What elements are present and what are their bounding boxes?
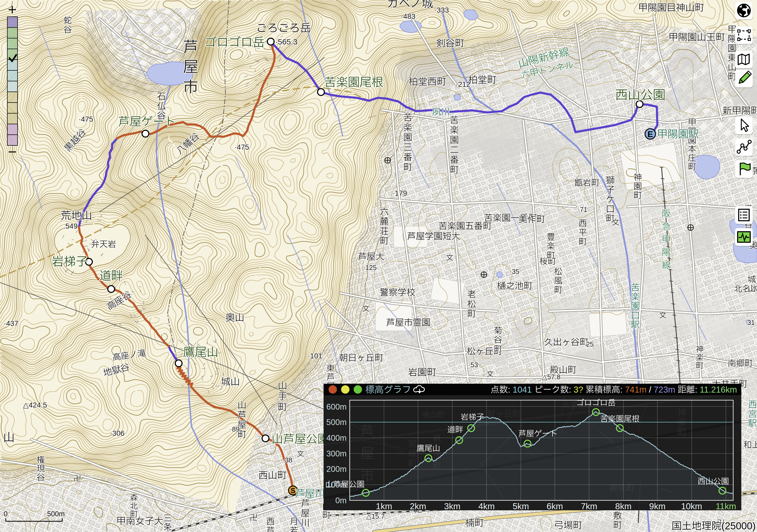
svg-text:200m: 200m	[326, 464, 347, 474]
svg-text:723m: 723m	[654, 385, 675, 395]
svg-text:·306: ·306	[110, 429, 125, 437]
svg-text:741m: 741m	[625, 385, 647, 395]
svg-text:1km: 1km	[376, 501, 392, 511]
svg-text:2km: 2km	[410, 501, 426, 511]
svg-text:11km: 11km	[716, 501, 736, 511]
svg-text:·53: ·53	[468, 361, 478, 369]
svg-text:10km: 10km	[681, 501, 702, 511]
svg-text:600m: 600m	[326, 402, 347, 411]
svg-text:·333: ·333	[434, 6, 449, 14]
svg-text:11.216km: 11.216km	[700, 385, 737, 395]
svg-text:4km: 4km	[478, 501, 495, 511]
svg-text:.549: .549	[63, 222, 78, 230]
svg-text::: :	[620, 385, 625, 395]
svg-text::: :	[569, 385, 574, 395]
svg-text:0: 0	[4, 510, 8, 518]
svg-text:·38: ·38	[283, 456, 292, 464]
svg-text:1041: 1041	[513, 385, 532, 395]
svg-text:9km: 9km	[649, 501, 665, 511]
svg-text:300m: 300m	[326, 449, 347, 458]
svg-text:·437: ·437	[4, 319, 18, 327]
svg-text:−: −	[8, 143, 17, 160]
svg-text:5km: 5km	[513, 501, 529, 511]
svg-text:·212: ·212	[456, 80, 470, 88]
svg-text:·475: ·475	[78, 115, 93, 123]
svg-text:·565.3: ·565.3	[275, 37, 297, 46]
svg-text:0m: 0m	[335, 496, 347, 505]
svg-text:7km: 7km	[581, 501, 597, 511]
svg-text:·71: ·71	[578, 206, 588, 214]
svg-text:(25000): (25000)	[721, 520, 756, 531]
svg-text:△424.5: △424.5	[23, 401, 47, 409]
svg-text:·25: ·25	[584, 340, 594, 348]
svg-text:△15.7: △15.7	[366, 512, 385, 520]
svg-text:100m: 100m	[326, 480, 347, 489]
svg-text:E: E	[648, 130, 653, 139]
svg-text:·483: ·483	[401, 12, 415, 20]
svg-text::: :	[508, 385, 513, 395]
svg-text:S: S	[290, 487, 295, 495]
svg-text:500m: 500m	[326, 418, 347, 427]
svg-text:+: +	[8, 1, 17, 18]
svg-text:500m: 500m	[47, 510, 65, 518]
svg-text:8km: 8km	[615, 501, 631, 511]
svg-text:3?: 3?	[574, 385, 583, 395]
svg-text:400m: 400m	[326, 433, 347, 443]
svg-text:·35: ·35	[509, 268, 520, 276]
svg-text:3km: 3km	[444, 501, 460, 511]
svg-text:/: /	[647, 385, 654, 395]
svg-text:·179: ·179	[392, 189, 407, 197]
svg-text:·31: ·31	[745, 318, 755, 326]
svg-text:△57.8: △57.8	[542, 373, 560, 381]
svg-text:·475: ·475	[234, 143, 249, 151]
svg-text:·101: ·101	[308, 352, 322, 360]
svg-text:·125: ·125	[363, 264, 377, 272]
svg-text::: :	[695, 385, 700, 395]
svg-text:6km: 6km	[547, 501, 563, 511]
svg-text:·89: ·89	[230, 425, 240, 433]
